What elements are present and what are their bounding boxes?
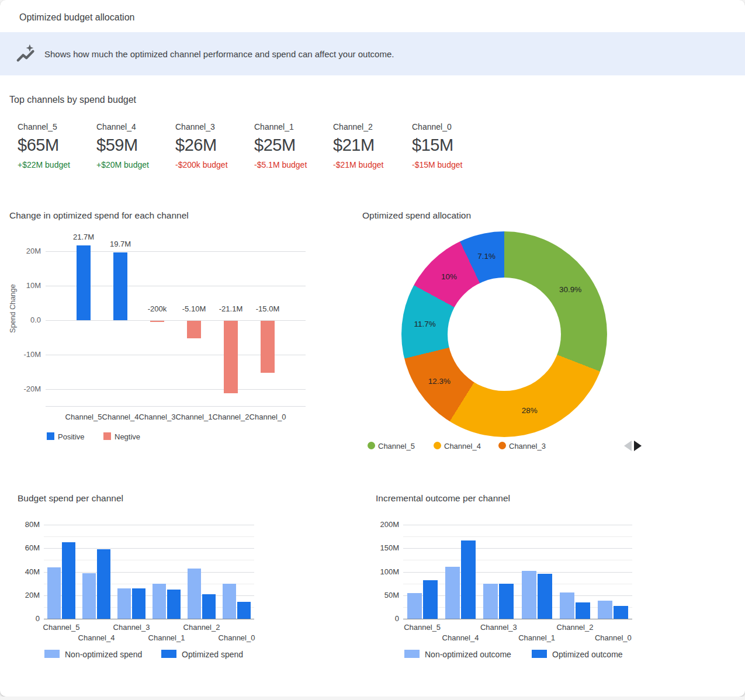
legend-label: Optimized outcome bbox=[552, 650, 623, 659]
spend-change-bar[interactable] bbox=[261, 321, 275, 373]
y-axis-tick: 150M bbox=[372, 543, 399, 552]
grouped-bar[interactable] bbox=[445, 567, 460, 619]
x-axis-label: Channel_3 bbox=[105, 623, 158, 632]
banner-text: Shows how much the optimized channel per… bbox=[44, 49, 394, 59]
bar-value-label: 21.7M bbox=[63, 233, 104, 241]
legend-swatch bbox=[103, 432, 111, 440]
channel-budget-delta: +$22M budget bbox=[18, 160, 93, 169]
y-axis-tick: -10M bbox=[15, 350, 41, 359]
legend-swatch bbox=[161, 650, 176, 658]
grouped-bar[interactable] bbox=[576, 602, 590, 619]
channel-budget-delta: -$15M budget bbox=[412, 160, 488, 169]
x-axis-label: Channel_2 bbox=[212, 413, 250, 421]
gridline bbox=[44, 572, 254, 573]
x-axis-label: Channel_1 bbox=[140, 633, 193, 642]
gridline bbox=[403, 560, 632, 560]
grouped-bar[interactable] bbox=[117, 588, 131, 619]
y-axis-tick: 40M bbox=[13, 567, 40, 576]
grouped-bar[interactable] bbox=[153, 584, 166, 619]
x-axis-line bbox=[46, 406, 306, 407]
legend-swatch bbox=[532, 650, 547, 658]
top-channels-section-title: Top channels by spend budget bbox=[9, 95, 136, 105]
channel-spend-value: $65M bbox=[18, 136, 93, 155]
gridline bbox=[46, 389, 306, 390]
grouped-bar[interactable] bbox=[407, 593, 422, 619]
y-axis-title: Spend Change bbox=[9, 284, 17, 332]
x-axis-label: Channel_1 bbox=[175, 413, 213, 421]
x-axis-label: Channel_0 bbox=[210, 633, 263, 642]
donut-slice-label: 12.3% bbox=[428, 377, 451, 386]
legend-prev-icon[interactable] bbox=[624, 441, 632, 451]
legend-label: Channel_3 bbox=[509, 442, 546, 451]
spend-change-bar[interactable] bbox=[150, 321, 164, 322]
optimized-budget-report-card: Optimized budget allocation Shows how mu… bbox=[0, 0, 745, 696]
y-axis-tick: 0.0 bbox=[15, 316, 41, 324]
grouped-bar[interactable] bbox=[132, 588, 145, 619]
x-axis-label: Channel_4 bbox=[101, 413, 140, 421]
grouped-bar[interactable] bbox=[62, 542, 75, 619]
grouped-bar[interactable] bbox=[560, 592, 574, 619]
gridline bbox=[403, 584, 632, 584]
grouped-bar[interactable] bbox=[461, 540, 476, 619]
channel-budget-delta: -$21M budget bbox=[333, 160, 409, 169]
bar-value-label: -5.10M bbox=[174, 304, 214, 313]
x-axis-label: Channel_5 bbox=[64, 413, 103, 421]
channel-name: Channel_0 bbox=[412, 122, 488, 131]
y-axis-tick: 0 bbox=[372, 614, 399, 623]
grouped-bar[interactable] bbox=[614, 606, 628, 619]
channel-budget-delta: -$200k budget bbox=[175, 160, 251, 169]
grouped-bar[interactable] bbox=[538, 574, 552, 619]
channel-name: Channel_1 bbox=[254, 122, 330, 131]
grouped-bar[interactable] bbox=[47, 567, 61, 619]
grouped-bar[interactable] bbox=[483, 584, 498, 619]
bar-value-label: -21.1M bbox=[210, 304, 251, 313]
channel-name: Channel_5 bbox=[18, 122, 93, 131]
legend-label: Non-optimized outcome bbox=[425, 650, 511, 659]
grouped-bar[interactable] bbox=[598, 601, 612, 619]
x-axis-label: Channel_0 bbox=[587, 633, 639, 642]
channel-spend-value: $15M bbox=[412, 136, 488, 155]
channel-spend-value: $25M bbox=[254, 136, 330, 155]
grouped-bar[interactable] bbox=[499, 584, 514, 619]
spend-change-bar[interactable] bbox=[224, 321, 238, 393]
insights-icon bbox=[14, 42, 37, 65]
legend-label: Negtive bbox=[115, 432, 140, 441]
legend-dot bbox=[498, 442, 506, 449]
spend-change-bar[interactable] bbox=[77, 245, 91, 320]
grouped-bar[interactable] bbox=[237, 602, 251, 619]
grouped-bar[interactable] bbox=[82, 573, 96, 619]
page-title: Optimized budget allocation bbox=[19, 12, 134, 23]
top-channel-card: Channel_0$15M-$15M budget bbox=[412, 122, 488, 169]
grouped-bar[interactable] bbox=[202, 594, 216, 619]
channel-name: Channel_3 bbox=[175, 122, 251, 131]
x-axis-label: Channel_3 bbox=[138, 413, 176, 421]
spend-change-bar[interactable] bbox=[113, 252, 127, 320]
grouped-bar[interactable] bbox=[167, 590, 181, 619]
y-axis-tick: 10M bbox=[15, 281, 41, 290]
grouped-bar[interactable] bbox=[522, 571, 536, 619]
x-axis-label: Channel_3 bbox=[472, 623, 525, 632]
x-axis-label: Channel_4 bbox=[70, 633, 123, 642]
y-axis-tick: 100M bbox=[372, 567, 399, 576]
bar-value-label: -200k bbox=[137, 304, 178, 313]
legend-label: Non-optimized spend bbox=[65, 650, 142, 659]
legend-dot bbox=[368, 442, 375, 449]
spend-change-bar[interactable] bbox=[187, 321, 201, 338]
info-banner: Shows how much the optimized channel per… bbox=[0, 32, 745, 75]
legend-label: Positive bbox=[58, 432, 85, 441]
legend-swatch bbox=[44, 650, 60, 658]
grouped-bar[interactable] bbox=[223, 584, 236, 619]
legend-next-icon[interactable] bbox=[634, 441, 642, 451]
gridline bbox=[403, 595, 632, 596]
donut-slice-label: 30.9% bbox=[559, 285, 581, 293]
grouped-bar[interactable] bbox=[423, 580, 438, 619]
grouped-bar[interactable] bbox=[97, 549, 110, 619]
legend-label: Optimized spend bbox=[182, 650, 243, 659]
gridline bbox=[403, 572, 632, 573]
grouped-bar[interactable] bbox=[188, 569, 201, 619]
gridline bbox=[44, 525, 254, 525]
gridline bbox=[44, 548, 254, 549]
incremental-outcome-chart-title: Incremental outcome per channel bbox=[376, 493, 510, 504]
donut-slice-label: 28% bbox=[522, 406, 538, 415]
x-axis-line bbox=[44, 619, 254, 619]
